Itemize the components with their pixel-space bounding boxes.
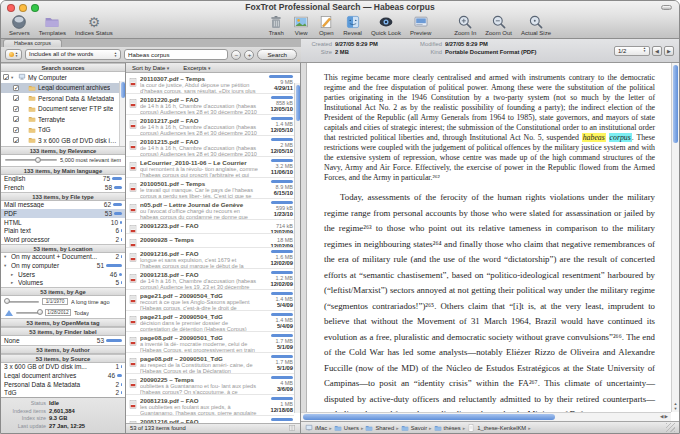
toolbar-button[interactable]: Indices Status bbox=[75, 14, 113, 37]
facet-row[interactable]: HTML 10 bbox=[1, 218, 125, 227]
relevance-slider[interactable] bbox=[5, 159, 57, 161]
source-checkbox[interactable] bbox=[13, 127, 19, 133]
facet-row[interactable]: Personal Data & Metadata 2 bbox=[1, 380, 125, 389]
facet-row[interactable]: Plain text 6 bbox=[1, 226, 125, 235]
age-to-date[interactable]: 1/28/2012 bbox=[45, 309, 71, 316]
disclosure-triangle-icon[interactable]: ▾ bbox=[11, 75, 16, 80]
slider-knob[interactable] bbox=[37, 309, 43, 315]
toolbar-button[interactable]: Preview bbox=[410, 14, 431, 37]
source-row[interactable]: TdG bbox=[1, 125, 125, 136]
add-term-button[interactable]: + bbox=[244, 50, 254, 60]
facet-row[interactable]: None 53 bbox=[1, 336, 125, 345]
path-item[interactable]: 1_these-KenkelKM ▸ bbox=[467, 424, 531, 432]
facet-row[interactable]: 3 x 600 GB of DVD disk im... 1 bbox=[1, 363, 125, 372]
title-bar[interactable]: FoxTrot Professional Search — Habeas cor… bbox=[1, 1, 679, 14]
toolbar-button[interactable]: Trash bbox=[268, 14, 284, 37]
result-row[interactable]: 20090225 – Temps oubliettes à Guantanamo… bbox=[126, 374, 294, 395]
disclosure-triangle-icon[interactable]: ▾ bbox=[4, 263, 9, 268]
zoom-button[interactable] bbox=[31, 4, 39, 12]
source-row[interactable]: Personal Data & Metadata bbox=[1, 93, 125, 104]
facet-row[interactable]: Word processor 2 bbox=[1, 235, 125, 244]
document-preview[interactable]: This regime became more clearly centrali… bbox=[308, 63, 671, 412]
facet-row[interactable]: Legal document archives 46 bbox=[1, 371, 125, 380]
toolbar-button[interactable]: Actual Size bbox=[521, 14, 551, 37]
result-row[interactable]: 20101220.pdf – FAO de 14 h à 16 h, Chamb… bbox=[126, 94, 294, 115]
toolbar-button[interactable]: View bbox=[293, 14, 309, 37]
source-checkbox[interactable] bbox=[13, 116, 19, 122]
tab-habeas-corpus[interactable]: Habeas corpus bbox=[3, 39, 62, 47]
prev-page-button[interactable]: ◀ bbox=[652, 46, 662, 56]
toolbar-button[interactable]: Open bbox=[318, 14, 334, 37]
toolbar-button[interactable]: Servers bbox=[9, 14, 30, 37]
toolbar-button[interactable]: Quick Look bbox=[371, 14, 401, 37]
results-scrollbar[interactable] bbox=[294, 83, 300, 413]
book-icon[interactable] bbox=[288, 424, 296, 432]
result-row[interactable]: LeCourrier_2010-11-06 – Le Courrier qui … bbox=[126, 157, 294, 178]
result-row[interactable]: page08.pdf – 20090501_TdG au respect de … bbox=[126, 353, 294, 374]
scroll-arrows-icon[interactable]: ◀▶ bbox=[660, 414, 669, 419]
result-row[interactable]: 20081216.pdf – FAO bbox=[126, 416, 294, 423]
facet-row[interactable]: ▸ Volumes 5 bbox=[1, 278, 125, 287]
scroll-thumb[interactable] bbox=[303, 414, 555, 420]
scroll-thumb[interactable] bbox=[296, 85, 300, 121]
saved-search-menu[interactable]: ▲▼ bbox=[5, 49, 22, 60]
result-row[interactable]: 20081219.pdf – FAO les oubliettes en fou… bbox=[126, 395, 294, 416]
scroll-thumb[interactable] bbox=[673, 65, 678, 143]
path-item[interactable]: iMac ▸ bbox=[305, 424, 332, 432]
result-row[interactable]: 20110307.pdf – Temps la cour de justice,… bbox=[126, 73, 294, 94]
disclosure-triangle-icon[interactable]: ▸ bbox=[11, 280, 16, 285]
result-row[interactable]: n05.pdf – Lettre Journal de Genève ou l'… bbox=[126, 199, 294, 220]
source-checkbox[interactable] bbox=[13, 85, 19, 91]
facet-row[interactable]: TdG 2 bbox=[1, 388, 125, 397]
age-from-slider[interactable] bbox=[5, 301, 39, 303]
result-row[interactable]: 20101217.pdf – FAO de 14 h à 16 h, Chamb… bbox=[126, 115, 294, 136]
toolbar-button[interactable]: Templates bbox=[39, 14, 66, 37]
facet-row[interactable]: ▾ On my computer 51 bbox=[1, 261, 125, 270]
source-row[interactable]: Legal document archives bbox=[1, 83, 125, 94]
match-mode-select[interactable]: Includes all of the words ▲▼ bbox=[25, 49, 121, 60]
sources-scrollbar[interactable] bbox=[119, 81, 125, 146]
source-checkbox[interactable] bbox=[3, 74, 9, 80]
facet-row[interactable]: English 75 bbox=[1, 175, 125, 184]
facet-row[interactable]: ▾ On my account + Document... 2 bbox=[1, 253, 125, 262]
minimize-button[interactable] bbox=[19, 4, 27, 12]
scroll-arrows-icon[interactable]: ▲▼ bbox=[672, 402, 679, 411]
facet-row[interactable]: PDF 53 bbox=[1, 209, 125, 218]
facet-row[interactable]: French 58 bbox=[1, 183, 125, 192]
disclosure-triangle-icon[interactable]: ▸ bbox=[11, 272, 16, 277]
toolbar-button[interactable]: Reveal bbox=[343, 14, 362, 37]
result-row[interactable]: page08.pdf – 20090501_TdG a inventé la d… bbox=[126, 332, 294, 353]
search-input[interactable] bbox=[124, 49, 228, 60]
result-row[interactable]: 20091223.pdf – FAO 714 kB 12/02/09 bbox=[126, 220, 294, 234]
resize-grip[interactable] bbox=[666, 423, 675, 432]
toolbar-button[interactable]: Zoom In bbox=[454, 14, 476, 37]
toolbar-button[interactable]: Zoom Out bbox=[485, 14, 512, 37]
source-checkbox[interactable] bbox=[13, 137, 19, 143]
age-to-slider[interactable] bbox=[16, 312, 42, 314]
source-row[interactable]: Terrabyte bbox=[1, 114, 125, 125]
source-checkbox[interactable] bbox=[13, 95, 19, 101]
disclosure-triangle-icon[interactable]: ▾ bbox=[4, 254, 9, 259]
result-row[interactable]: 20100501.pdf – Temps le travail qui manq… bbox=[126, 178, 294, 199]
facet-row[interactable]: Mail message 62 bbox=[1, 201, 125, 210]
preview-vertical-scrollbar[interactable]: ▲▼ bbox=[671, 63, 679, 412]
page-select[interactable]: 1/2 ▲▼ bbox=[614, 46, 650, 56]
source-row[interactable]: Document server FTP site bbox=[1, 104, 125, 115]
slider-knob[interactable] bbox=[4, 298, 10, 304]
source-row[interactable]: ▾ My Computer bbox=[1, 72, 125, 83]
result-row[interactable]: page21.pdf – 20090504_TdG recourt à ce q… bbox=[126, 290, 294, 311]
source-row[interactable]: 3 x 600 GB of DVD disk images bbox=[1, 135, 125, 146]
result-row[interactable]: 20091216.pdf – FAO longue et sans expuls… bbox=[126, 248, 294, 269]
search-button[interactable]: Search bbox=[257, 49, 297, 60]
preview-horizontal-scrollbar[interactable]: ◀▶ bbox=[301, 412, 671, 421]
path-item[interactable]: Users ▸ bbox=[334, 424, 364, 432]
result-row[interactable]: page21.pdf – 20090504_TdG décision dans … bbox=[126, 311, 294, 332]
result-row[interactable]: 20090928 – Temps 18 MB 12/02/09 bbox=[126, 234, 294, 248]
sort-by-menu[interactable]: Sort by Date bbox=[132, 63, 169, 72]
result-row[interactable]: 20091218.pdf – FAO de 14 h à 16 h, Chamb… bbox=[126, 269, 294, 290]
path-item[interactable]: Savoir ▸ bbox=[401, 424, 432, 432]
path-item[interactable]: Shared ▸ bbox=[365, 424, 398, 432]
excerpts-menu[interactable]: Excerpts bbox=[183, 63, 210, 72]
remove-term-button[interactable]: − bbox=[231, 50, 241, 60]
age-from-date[interactable]: 1/1/1970 bbox=[42, 298, 68, 305]
